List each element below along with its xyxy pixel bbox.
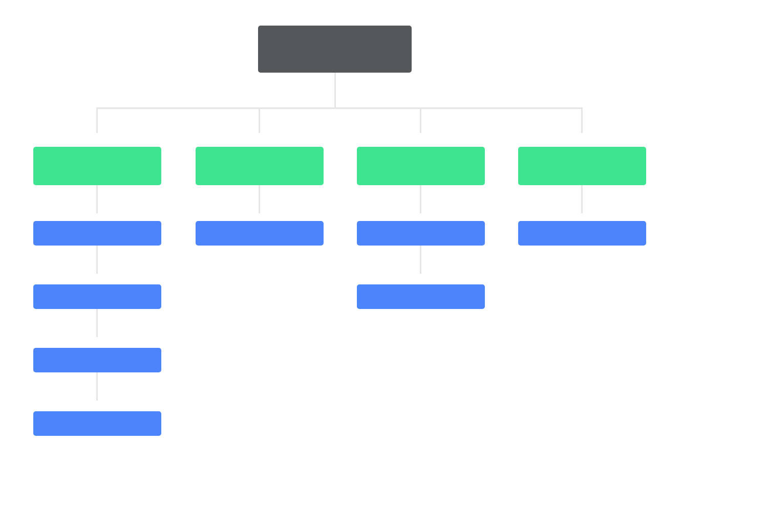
branch-node: [33, 147, 161, 185]
leaf-node: [33, 411, 161, 436]
connector: [259, 185, 260, 213]
root-node: [258, 26, 412, 73]
leaf-node: [33, 284, 161, 309]
leaf-node: [518, 221, 646, 246]
connector: [420, 185, 421, 213]
branch-node: [357, 147, 485, 185]
connector: [96, 185, 98, 213]
connector: [96, 309, 98, 337]
branch-node: [196, 147, 324, 185]
connector: [420, 246, 421, 274]
connector: [96, 246, 98, 274]
leaf-node: [357, 221, 485, 246]
connector: [96, 107, 583, 109]
leaf-node: [33, 221, 161, 246]
leaf-node: [33, 348, 161, 372]
connector: [420, 107, 421, 133]
connector: [581, 185, 583, 213]
connector: [581, 107, 583, 133]
connector: [96, 372, 98, 401]
connector: [96, 107, 98, 133]
leaf-node: [196, 221, 324, 246]
leaf-node: [357, 284, 485, 309]
connector: [334, 72, 336, 108]
connector: [259, 107, 260, 133]
branch-node: [518, 147, 646, 185]
org-chart-canvas: [0, 0, 768, 532]
